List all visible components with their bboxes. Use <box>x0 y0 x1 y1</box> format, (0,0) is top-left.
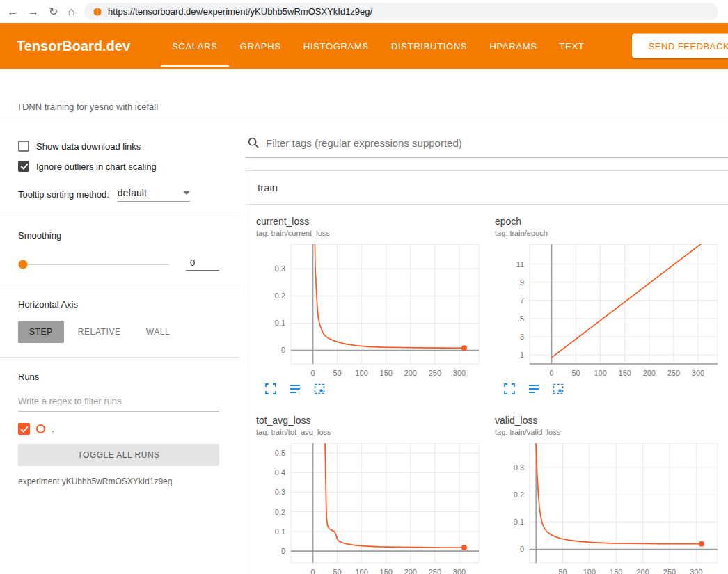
run-row[interactable]: . <box>18 423 219 435</box>
show-download-links-checkbox[interactable] <box>18 141 29 152</box>
chart-tag: tag: train/tot_avg_loss <box>256 428 491 436</box>
chart-plot[interactable]: 00.10.20.350100150200250300 <box>495 439 728 574</box>
runs-filter-input[interactable] <box>18 392 219 412</box>
svg-text:200: 200 <box>636 568 649 574</box>
send-feedback-button[interactable]: SEND FEEDBACK <box>632 34 728 58</box>
svg-text:50: 50 <box>333 568 341 574</box>
app-header: TensorBoard.dev SCALARS GRAPHS HISTOGRAM… <box>0 23 728 69</box>
svg-text:0.3: 0.3 <box>275 488 285 496</box>
axis-relative-button[interactable]: RELATIVE <box>67 321 132 343</box>
svg-text:0.1: 0.1 <box>275 527 285 536</box>
experiment-description: TDNN training for yesno with icefall <box>0 69 728 122</box>
svg-text:9: 9 <box>520 278 524 287</box>
chart-plot[interactable]: 1357911050100150200250300 <box>495 240 728 382</box>
fit-domain-icon[interactable] <box>552 383 564 395</box>
svg-text:0.3: 0.3 <box>514 463 524 472</box>
runs-selector-icon[interactable] <box>528 383 540 395</box>
chart-toolbar <box>256 383 491 395</box>
svg-text:200: 200 <box>643 369 656 377</box>
chart-plot[interactable]: 00.10.20.3050100150200250300 <box>256 240 491 382</box>
chart-toolbar <box>495 383 728 395</box>
svg-text:0: 0 <box>549 369 553 377</box>
tooltip-sorting-label: Tooltip sorting method: <box>18 189 109 200</box>
svg-text:300: 300 <box>453 568 466 574</box>
chart-module-current-loss: current_loss tag: train/current_loss 00.… <box>256 216 491 395</box>
expand-chart-icon[interactable] <box>503 383 516 395</box>
smoothing-label: Smoothing <box>18 230 219 241</box>
back-icon[interactable]: ← <box>7 6 18 17</box>
page: ← → ↻ ⌂ https://tensorboard.dev/experime… <box>0 0 728 574</box>
svg-text:300: 300 <box>692 369 704 377</box>
tooltip-sorting-row: Tooltip sorting method: default <box>18 187 219 202</box>
svg-text:7: 7 <box>520 296 524 305</box>
svg-text:300: 300 <box>453 369 466 377</box>
app-logo[interactable]: TensorBoard.dev <box>17 38 130 54</box>
svg-text:3: 3 <box>520 333 524 341</box>
axis-step-button[interactable]: STEP <box>18 321 64 343</box>
tab-scalars[interactable]: SCALARS <box>161 23 229 69</box>
axis-wall-button[interactable]: WALL <box>135 321 182 343</box>
svg-text:150: 150 <box>380 369 393 377</box>
tag-filter-input[interactable] <box>266 137 728 149</box>
svg-text:0: 0 <box>310 369 315 377</box>
tensorboard-favicon <box>93 7 102 17</box>
main-panel: train current_loss tag: train/current_lo… <box>240 122 728 574</box>
svg-text:50: 50 <box>571 369 580 377</box>
sidebar: Show data download links Ignore outliers… <box>0 122 240 574</box>
smoothing-slider-thumb[interactable] <box>19 260 28 269</box>
ignore-outliers-checkbox[interactable] <box>18 161 29 172</box>
svg-text:250: 250 <box>663 568 676 574</box>
svg-text:0: 0 <box>281 346 285 354</box>
svg-text:250: 250 <box>429 568 441 574</box>
browser-toolbar: ← → ↻ ⌂ https://tensorboard.dev/experime… <box>0 0 728 23</box>
forward-icon[interactable]: → <box>28 6 39 17</box>
content: Show data download links Ignore outliers… <box>0 122 728 574</box>
url-text: https://tensorboard.dev/experiment/yKUbh… <box>108 6 372 17</box>
svg-text:100: 100 <box>594 369 607 377</box>
svg-text:50: 50 <box>333 369 341 377</box>
tooltip-sorting-dropdown[interactable]: default <box>118 187 190 202</box>
ignore-outliers-row[interactable]: Ignore outliers in chart scaling <box>18 161 219 172</box>
runs-selector-icon[interactable] <box>289 383 301 395</box>
run-checkbox[interactable] <box>18 423 30 435</box>
sidebar-divider <box>0 357 240 358</box>
experiment-id-label: experiment yKUbhb5wRmOSXYkId1z9eg <box>18 477 219 486</box>
chart-plot[interactable]: 00.10.20.30.40.5050100150200250300 <box>256 439 491 574</box>
expand-chart-icon[interactable] <box>264 383 277 395</box>
svg-text:11: 11 <box>516 260 524 269</box>
ignore-outliers-label: Ignore outliers in chart scaling <box>36 161 157 172</box>
home-icon[interactable]: ⌂ <box>68 6 74 17</box>
smoothing-value-field[interactable]: 0 <box>186 257 219 271</box>
svg-text:0: 0 <box>520 545 524 553</box>
svg-text:0.1: 0.1 <box>275 319 285 327</box>
svg-text:50: 50 <box>558 568 567 574</box>
address-bar[interactable]: https://tensorboard.dev/experiment/yKUbh… <box>84 3 718 20</box>
svg-text:0.2: 0.2 <box>275 292 285 300</box>
svg-text:0.2: 0.2 <box>514 491 524 499</box>
chart-module-valid-loss: valid_loss tag: train/valid_loss 00.10.2… <box>495 415 728 574</box>
show-download-links-row[interactable]: Show data download links <box>18 141 219 152</box>
tab-hparams[interactable]: HPARAMS <box>478 23 548 69</box>
nav-tabs: SCALARS GRAPHS HISTOGRAMS DISTRIBUTIONS … <box>161 23 596 69</box>
svg-text:0.4: 0.4 <box>275 468 285 477</box>
tab-distributions[interactable]: DISTRIBUTIONS <box>380 23 479 69</box>
search-icon <box>247 136 260 149</box>
chart-module-epoch: epoch tag: train/epoch 13579110501001502… <box>495 216 728 395</box>
dropdown-arrow-icon <box>183 191 190 195</box>
tab-histograms[interactable]: HISTOGRAMS <box>292 23 380 69</box>
horizontal-axis-label: Horizontal Axis <box>18 299 219 310</box>
chart-module-tot-avg-loss: tot_avg_loss tag: train/tot_avg_loss 00.… <box>256 415 491 574</box>
toggle-all-runs-button[interactable]: TOGGLE ALL RUNS <box>18 444 219 466</box>
fit-domain-icon[interactable] <box>313 383 326 395</box>
show-download-links-label: Show data download links <box>36 141 141 152</box>
sidebar-divider <box>0 216 240 216</box>
tab-text[interactable]: TEXT <box>548 23 596 69</box>
tag-group-title[interactable]: train <box>246 171 728 205</box>
reload-icon[interactable]: ↻ <box>49 6 58 17</box>
svg-text:100: 100 <box>356 369 368 377</box>
svg-text:100: 100 <box>356 568 368 574</box>
chart-title: epoch <box>495 216 728 227</box>
smoothing-slider-row: 0 <box>18 257 219 271</box>
smoothing-slider[interactable] <box>23 264 169 265</box>
tab-graphs[interactable]: GRAPHS <box>229 23 292 69</box>
